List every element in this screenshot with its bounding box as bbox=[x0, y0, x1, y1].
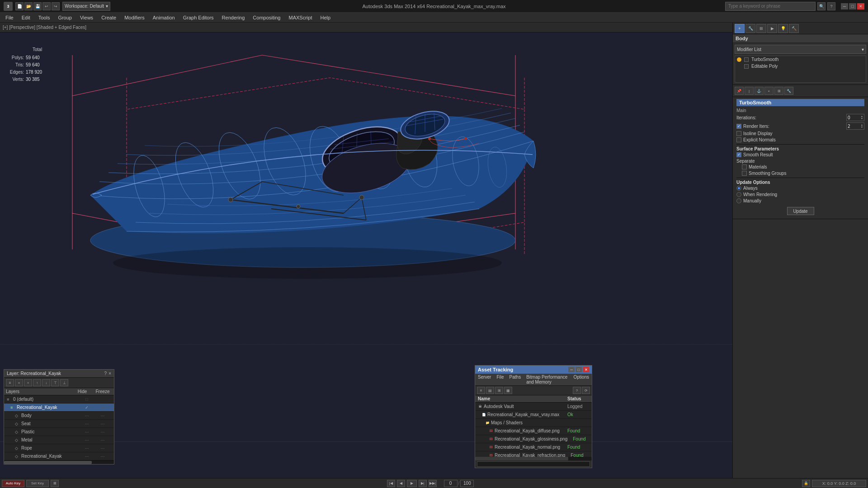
modifier-list-dropdown[interactable]: Modifier List ▾ bbox=[735, 45, 866, 54]
layer-tool-1[interactable]: ≡ bbox=[6, 379, 14, 386]
layer-row-recreational-kayak-obj[interactable]: ◇ Recreational_Kayak --- --- bbox=[4, 452, 114, 460]
menu-maxscript[interactable]: MAXScript bbox=[285, 14, 316, 21]
undo-btn[interactable]: ↩ bbox=[42, 2, 51, 10]
open-btn[interactable]: 📂 bbox=[24, 2, 33, 10]
asset-icon-1[interactable]: ≡ bbox=[477, 387, 485, 394]
update-button[interactable]: Update bbox=[787, 207, 814, 215]
viewport-lock-btn[interactable]: 🔒 bbox=[802, 480, 810, 487]
menu-file[interactable]: File bbox=[2, 14, 17, 21]
asset-row-maps[interactable]: 📁 Maps / Shaders bbox=[475, 419, 592, 427]
panel-icon-create[interactable]: ✦ bbox=[735, 24, 745, 33]
layer-tool-move-up[interactable]: ↑ bbox=[33, 379, 41, 386]
asset-row-diffuse[interactable]: 🖼 Recreational_Kayak_diffuse.png Found bbox=[475, 427, 592, 435]
next-frame-btn[interactable]: ▶| bbox=[419, 480, 427, 487]
layer-row-seat[interactable]: ◇ Seat --- --- bbox=[4, 420, 114, 428]
modifier-turbosmooth[interactable]: TurboSmooth bbox=[735, 56, 866, 63]
menu-compositing[interactable]: Compositing bbox=[249, 14, 284, 21]
asset-row-vault[interactable]: 🏛 Autodesk Vault Logged bbox=[475, 403, 592, 411]
asset-restore-btn[interactable]: □ bbox=[576, 367, 582, 372]
menu-create[interactable]: Create bbox=[98, 14, 120, 21]
layer-row-rope[interactable]: ◇ Rope --- --- bbox=[4, 444, 114, 452]
iterations-spinbox[interactable]: 0 ▲ ▼ bbox=[846, 114, 864, 121]
search-icon[interactable]: 🔍 bbox=[817, 2, 826, 10]
asset-row-normal[interactable]: 🖼 Recreational_Kayak_normal.png Found bbox=[475, 443, 592, 451]
panel-icon-display[interactable]: 💡 bbox=[778, 24, 788, 33]
asset-menu-paths[interactable]: Paths bbox=[507, 374, 524, 385]
workspace-selector[interactable]: Workspace: Default ▾ bbox=[62, 2, 110, 11]
asset-close-btn[interactable]: ✕ bbox=[583, 367, 589, 372]
menu-tools[interactable]: Tools bbox=[35, 14, 54, 21]
asset-icon-4[interactable]: ▦ bbox=[504, 387, 512, 394]
help-icon[interactable]: ? bbox=[827, 2, 835, 10]
asset-icon-3[interactable]: ⊞ bbox=[495, 387, 503, 394]
panel-icon-modify[interactable]: 🔧 bbox=[745, 24, 755, 33]
layer-tool-6[interactable]: ⊥ bbox=[60, 379, 68, 386]
asset-icon-5[interactable]: ? bbox=[573, 387, 581, 394]
layer-row-metal[interactable]: ◇ Metal --- --- bbox=[4, 436, 114, 444]
layer-panel-help[interactable]: ? bbox=[104, 371, 107, 376]
asset-row-refraction[interactable]: 🖼 Recreational_Kayak_refraction.png Foun… bbox=[475, 451, 592, 457]
menu-animation[interactable]: Animation bbox=[149, 14, 179, 21]
layer-row-body[interactable]: ◇ Body --- --- bbox=[4, 412, 114, 420]
modifier-btn4[interactable]: ⊞ bbox=[774, 87, 783, 95]
animate-btn[interactable]: Auto Key bbox=[2, 480, 24, 487]
maximize-btn[interactable]: □ bbox=[849, 3, 856, 9]
asset-scrollbar[interactable] bbox=[475, 457, 592, 460]
panel-icon-utilities[interactable]: 🔨 bbox=[789, 24, 799, 33]
asset-icon-2[interactable]: ▤ bbox=[486, 387, 494, 394]
redo-btn[interactable]: ↪ bbox=[52, 2, 60, 10]
layer-panel-title[interactable]: Layer: Recreational_Kayak ? × bbox=[4, 370, 114, 378]
asset-menu-bitmap[interactable]: Bitmap Performance and Memory bbox=[524, 374, 571, 385]
asset-menu-file[interactable]: File bbox=[494, 374, 506, 385]
minimize-btn[interactable]: ─ bbox=[841, 3, 848, 9]
key-mode-btn[interactable]: ⊠ bbox=[51, 480, 59, 487]
frame-input[interactable] bbox=[444, 480, 458, 487]
editable-poly-checkbox[interactable] bbox=[744, 64, 749, 69]
panel-icon-motion[interactable]: ▶ bbox=[767, 24, 777, 33]
layer-tool-move-down[interactable]: ↓ bbox=[42, 379, 50, 386]
modifier-btn5[interactable]: 🔧 bbox=[784, 87, 793, 95]
turbosmooth-checkbox[interactable] bbox=[744, 57, 749, 62]
viewport-header[interactable]: [+] [Perspective] [Shaded + Edged Faces] bbox=[0, 23, 732, 33]
modifier-editable-poly[interactable]: Editable Poly bbox=[735, 63, 866, 70]
menu-help[interactable]: Help bbox=[316, 14, 334, 21]
layer-tool-add[interactable]: + bbox=[24, 379, 32, 386]
prev-frame-btn[interactable]: ◀ bbox=[397, 480, 405, 487]
always-radio[interactable] bbox=[736, 186, 741, 191]
asset-row-glossiness[interactable]: 🖼 Recreational_Kayak_glossiness.png Foun… bbox=[475, 435, 592, 443]
layer-row-recreational-kayak[interactable]: ≡ Recreational_Kayak ✓ --- bbox=[4, 404, 114, 412]
smoothing-groups-checkbox[interactable] bbox=[742, 171, 747, 176]
materials-checkbox[interactable] bbox=[742, 164, 747, 169]
layer-tool-to-top[interactable]: ⊤ bbox=[51, 379, 59, 386]
explicit-normals-checkbox[interactable] bbox=[736, 137, 741, 142]
menu-graph-editors[interactable]: Graph Editors bbox=[179, 14, 217, 21]
new-btn[interactable]: 📄 bbox=[15, 2, 24, 10]
smooth-result-checkbox[interactable]: ✓ bbox=[736, 152, 741, 157]
manually-radio[interactable] bbox=[736, 198, 741, 203]
menu-views[interactable]: Views bbox=[76, 14, 97, 21]
search-input[interactable] bbox=[725, 2, 816, 11]
asset-minimize-btn[interactable]: ─ bbox=[568, 367, 575, 372]
layer-panel-close[interactable]: × bbox=[108, 371, 111, 376]
hammer-btn[interactable]: | bbox=[745, 87, 754, 95]
asset-menu-server[interactable]: Server bbox=[475, 374, 494, 385]
asset-row-max-file[interactable]: 📄 Recreational_Kayak_max_vray.max Ok bbox=[475, 411, 592, 419]
play-btn[interactable]: ▶ bbox=[407, 480, 417, 487]
asset-icon-6[interactable]: ⟳ bbox=[582, 387, 590, 394]
save-btn[interactable]: 💾 bbox=[33, 2, 42, 10]
menu-rendering[interactable]: Rendering bbox=[218, 14, 249, 21]
asset-panel-title[interactable]: Asset Tracking ─ □ ✕ bbox=[475, 366, 592, 374]
layer-row-default[interactable]: ≡ 0 (default) □ bbox=[4, 395, 114, 404]
menu-group[interactable]: Group bbox=[54, 14, 75, 21]
play-fwd-btn[interactable]: ▶▶| bbox=[429, 480, 437, 487]
frame-end-input[interactable] bbox=[460, 480, 474, 487]
close-btn[interactable]: ✕ bbox=[857, 3, 864, 9]
isoline-checkbox[interactable] bbox=[736, 131, 741, 136]
asset-menu-options[interactable]: Options bbox=[571, 374, 592, 385]
render-iters-spinbox[interactable]: 2 ▲ ▼ bbox=[846, 122, 864, 130]
when-rendering-radio[interactable] bbox=[736, 192, 741, 197]
menu-modifiers[interactable]: Modifiers bbox=[121, 14, 148, 21]
modifier-btn2[interactable]: ⚓ bbox=[755, 87, 764, 95]
modifier-btn3[interactable]: ▪ bbox=[764, 87, 774, 95]
play-back-btn[interactable]: |◀ bbox=[387, 480, 395, 487]
